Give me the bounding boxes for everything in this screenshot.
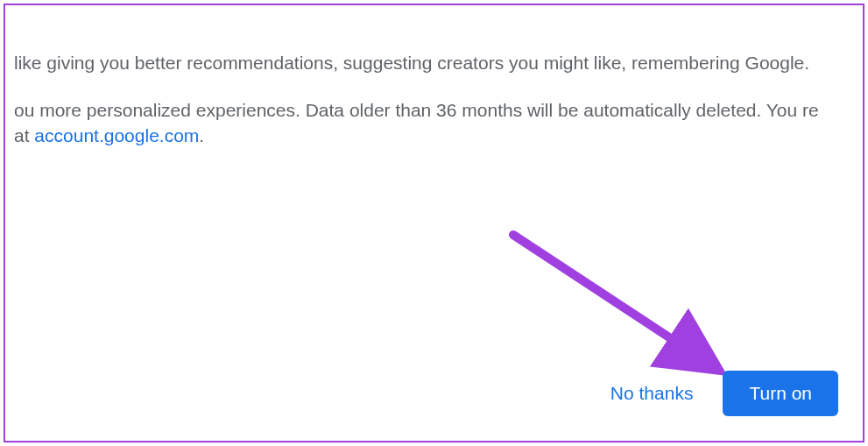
description-text-b: .: [199, 125, 204, 145]
description-paragraph-2: ou more personalized experiences. Data o…: [14, 98, 828, 148]
account-link[interactable]: account.google.com: [34, 125, 199, 145]
turn-on-button[interactable]: Turn on: [723, 371, 838, 416]
dialog-body: like giving you better recommendations, …: [5, 5, 863, 171]
no-thanks-button[interactable]: No thanks: [605, 374, 699, 413]
svg-line-1: [513, 235, 713, 366]
description-paragraph-1: like giving you better recommendations, …: [14, 51, 828, 75]
dialog-frame: like giving you better recommendations, …: [4, 4, 864, 442]
dialog-actions: No thanks Turn on: [605, 371, 838, 416]
